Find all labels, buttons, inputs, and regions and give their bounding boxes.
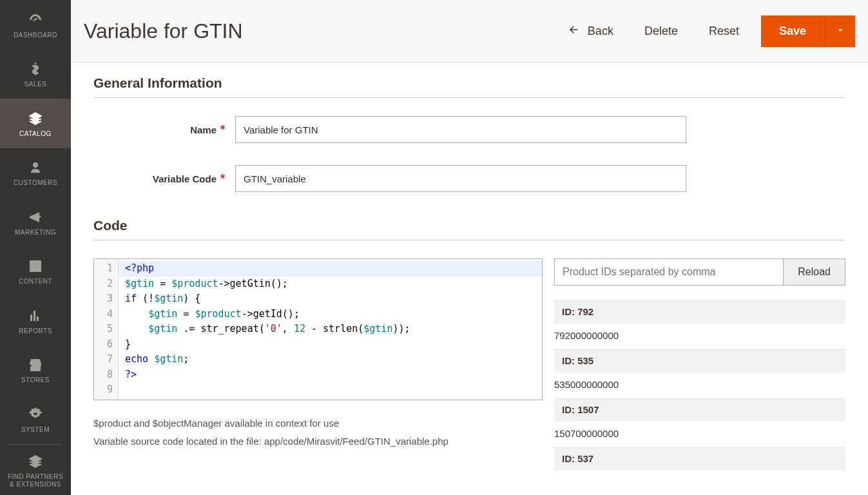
marketing-icon [26, 208, 44, 226]
preview-column: Reload ID: 792792000000000ID: 5355350000… [554, 258, 845, 474]
preview-item-id: ID: 1507 [554, 398, 845, 422]
sales-icon [26, 60, 44, 78]
preview-input-row: Reload [554, 258, 845, 286]
code-editor-column: 123456789 <?php$gtin = $product->getGtin… [93, 258, 543, 451]
sidebar-item-label: MARKETING [15, 229, 56, 237]
required-asterisk: * [220, 123, 225, 137]
form-row-variable-code: Variable Code * [93, 165, 845, 192]
reset-button[interactable]: Reset [693, 18, 755, 44]
name-label: Name * [93, 123, 235, 137]
code-hint: $product and $objectManager available in… [93, 414, 543, 451]
sidebar-item-label: CUSTOMERS [14, 179, 57, 187]
sidebar-item-label: CONTENT [19, 278, 52, 286]
sidebar-item-catalog[interactable]: CATALOG [0, 99, 71, 148]
save-button-group: Save [761, 15, 855, 47]
sidebar-item-label: DASHBOARD [14, 32, 57, 39]
sidebar-item-dashboard[interactable]: DASHBOARD [0, 0, 71, 50]
sidebar-item-label: SYSTEM [21, 426, 50, 434]
variable-code-input[interactable] [235, 165, 686, 192]
sidebar-item-stores[interactable]: STORES [0, 345, 71, 395]
dashboard-icon [26, 11, 44, 29]
main-content: Variable for GTIN Back Delete Reset Save… [71, 0, 868, 495]
preview-item-value: 792000000000 [554, 324, 845, 349]
arrow-left-icon [568, 24, 580, 39]
preview-item: ID: 535535000000000 [554, 349, 845, 398]
section-code-title: Code [93, 218, 845, 240]
reload-button[interactable]: Reload [783, 259, 845, 285]
content-area: General Information Name * Variable Code… [71, 63, 868, 487]
sidebar-item-label: STORES [21, 376, 50, 384]
sidebar-item-reports[interactable]: REPORTS [0, 296, 71, 345]
sidebar-item-system[interactable]: SYSTEM [0, 394, 71, 444]
sidebar-item-label: REPORTS [19, 327, 52, 335]
code-section: Code 123456789 <?php$gtin = $product->ge… [93, 218, 845, 474]
sidebar-item-label: FIND PARTNERS& EXTENSIONS [8, 473, 63, 488]
sidebar: DASHBOARDSALESCATALOGCUSTOMERSMARKETINGC… [0, 0, 71, 495]
variable-code-label: Variable Code * [93, 172, 235, 186]
preview-item: ID: 1507150700000000 [554, 398, 845, 447]
preview-item-id: ID: 792 [554, 300, 845, 324]
reports-icon [26, 307, 44, 325]
back-label: Back [588, 24, 613, 38]
save-dropdown-toggle[interactable] [824, 15, 855, 47]
sidebar-item-sales[interactable]: SALES [0, 50, 71, 99]
stores-icon [26, 356, 44, 374]
product-ids-input[interactable] [555, 259, 783, 285]
header-actions: Back Delete Reset Save [553, 15, 855, 47]
preview-item-id: ID: 537 [554, 447, 845, 471]
sidebar-item-content[interactable]: CONTENT [0, 247, 71, 296]
page-header: Variable for GTIN Back Delete Reset Save [71, 0, 868, 63]
code-hint-context: $product and $objectManager available in… [93, 414, 543, 433]
sidebar-item-label: CATALOG [19, 130, 52, 138]
required-asterisk: * [220, 172, 225, 186]
sidebar-item-customers[interactable]: CUSTOMERS [0, 148, 71, 198]
name-input[interactable] [235, 116, 686, 143]
catalog-icon [26, 110, 44, 128]
code-hint-file: Variable source code located in the file… [93, 432, 543, 451]
preview-item: ID: 537 [554, 447, 845, 474]
variable-code-label-text: Variable Code [153, 173, 217, 184]
preview-list[interactable]: ID: 792792000000000ID: 535535000000000ID… [554, 300, 845, 474]
code-lines[interactable]: <?php$gtin = $product->getGtin();if (!$g… [119, 259, 542, 400]
code-editor[interactable]: 123456789 <?php$gtin = $product->getGtin… [93, 258, 543, 400]
delete-button[interactable]: Delete [629, 18, 693, 44]
name-label-text: Name [190, 124, 217, 135]
code-gutter: 123456789 [94, 259, 119, 400]
preview-item-value: 150700000000 [554, 422, 845, 447]
customers-icon [26, 159, 44, 177]
caret-down-icon [836, 26, 845, 37]
save-button[interactable]: Save [761, 15, 824, 47]
section-general-title: General Information [93, 75, 845, 98]
form-row-name: Name * [93, 116, 845, 143]
page-title: Variable for GTIN [84, 19, 243, 43]
code-columns: 123456789 <?php$gtin = $product->getGtin… [93, 258, 845, 474]
content-icon [26, 257, 44, 275]
sidebar-item-label: SALES [24, 81, 47, 88]
preview-item: ID: 792792000000000 [554, 300, 845, 349]
preview-item-id: ID: 535 [554, 349, 845, 373]
system-icon [26, 405, 44, 423]
preview-item-value: 535000000000 [554, 373, 845, 398]
preview-item-value [554, 471, 845, 474]
back-button[interactable]: Back [553, 17, 629, 45]
sidebar-item-find[interactable]: FIND PARTNERS& EXTENSIONS [0, 445, 71, 495]
find-icon [26, 452, 44, 471]
sidebar-item-marketing[interactable]: MARKETING [0, 197, 71, 247]
